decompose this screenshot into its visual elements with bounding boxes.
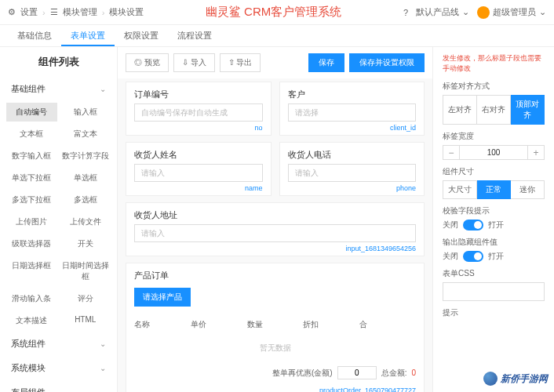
- preview-button[interactable]: ◎ 预览: [126, 53, 169, 72]
- comp-auto-number[interactable]: 自动编号: [6, 103, 57, 122]
- col-price: 单价: [191, 319, 247, 330]
- save-perm-button[interactable]: 保存并设置权限: [349, 53, 425, 72]
- prop-form-css: 表单CSS: [443, 268, 545, 279]
- prop-validate-hint: 校验字段提示: [443, 205, 545, 216]
- comp-switch[interactable]: 开关: [60, 234, 111, 253]
- comp-textarea[interactable]: 文本框: [6, 125, 57, 143]
- watermark-icon: [483, 372, 498, 386]
- discount-label: 整单再优惠(金额): [272, 368, 333, 379]
- tab-process-settings[interactable]: 流程设置: [168, 25, 221, 46]
- field-id: no: [134, 124, 263, 132]
- properties-panel: 发生修改，那么标题子段也需要手动修改 标签对齐方式 左对齐 右对齐 顶部对齐 标…: [432, 47, 554, 392]
- prop-comp-size: 组件尺寸: [443, 166, 545, 177]
- align-right-btn[interactable]: 右对齐: [477, 95, 511, 125]
- comp-slider[interactable]: 滑动输入条: [6, 289, 57, 308]
- breadcrumb-module-config: 模块设置: [109, 6, 144, 18]
- size-normal-btn[interactable]: 正常: [477, 180, 511, 199]
- category-system-module[interactable]: 系统模块 ⌄: [0, 356, 117, 380]
- prop-hint: 提示: [443, 307, 545, 318]
- breadcrumb-module-mgmt[interactable]: 模块管理: [63, 6, 97, 18]
- comp-select[interactable]: 单选下拉框: [6, 169, 57, 187]
- switch-off-label: 关闭: [443, 220, 458, 230]
- breadcrumb: ⚙ 设置 › ☰ 模块管理 › 模块设置: [8, 6, 144, 18]
- total-value: 0: [411, 368, 416, 377]
- step-plus-btn[interactable]: +: [527, 145, 545, 160]
- table-empty: 暂无数据: [134, 335, 416, 361]
- output-hidden-switch[interactable]: [463, 251, 483, 262]
- chevron-down-icon: ⌄: [462, 7, 469, 17]
- receiver-phone-input[interactable]: [288, 164, 417, 182]
- field-label: 收货人姓名: [134, 149, 263, 161]
- label-width-stepper: − 100 +: [443, 145, 545, 160]
- total-label: 总金额:: [381, 368, 407, 379]
- field-receiver-phone[interactable]: 收货人电话 phone: [279, 142, 425, 196]
- user-name: 超级管理员: [493, 6, 536, 18]
- comp-richtext[interactable]: 富文本: [60, 125, 111, 143]
- gear-icon: ⚙: [8, 7, 16, 17]
- chevron-down-icon: ⌄: [539, 7, 546, 17]
- category-basic[interactable]: 基础组件 ⌄: [0, 77, 117, 101]
- comp-rate[interactable]: 评分: [60, 289, 111, 308]
- field-receiver-address[interactable]: 收货人地址 input_1681349654256: [126, 202, 425, 256]
- field-label: 收货人电话: [288, 149, 417, 161]
- app-title: 幽灵鲨 CRM客户管理系统: [144, 5, 403, 20]
- sidebar-title: 组件列表: [0, 47, 117, 77]
- comp-html[interactable]: HTML: [60, 311, 111, 330]
- comp-upload-file[interactable]: 上传文件: [60, 212, 111, 231]
- save-button[interactable]: 保存: [308, 53, 344, 72]
- size-mini-btn[interactable]: 迷你: [511, 180, 545, 199]
- comp-checkbox[interactable]: 多选框: [60, 191, 111, 209]
- align-top-btn[interactable]: 顶部对齐: [511, 95, 545, 125]
- label-width-value[interactable]: 100: [460, 145, 527, 160]
- discount-input[interactable]: [337, 366, 377, 379]
- help-icon[interactable]: ?: [403, 8, 408, 17]
- comp-datetime-picker[interactable]: 日期时间选择框: [60, 256, 111, 286]
- form-css-input[interactable]: [443, 282, 545, 301]
- chevron-down-icon: ⌄: [100, 364, 106, 372]
- prop-label-width: 标签宽度: [443, 131, 545, 142]
- product-table-header: 名称 单价 数量 折扣 合: [134, 314, 416, 335]
- category-system-comp[interactable]: 系统组件 ⌄: [0, 332, 117, 356]
- comp-calc-field[interactable]: 数字计算字段: [60, 147, 111, 165]
- import-button[interactable]: ⇩ 导入: [173, 53, 215, 72]
- validate-hint-switch[interactable]: [463, 220, 483, 230]
- category-layout[interactable]: 布局组件 ⌄: [0, 380, 117, 392]
- avatar: [477, 6, 490, 19]
- form-canvas: ◎ 预览 ⇩ 导入 ⇧ 导出 保存 保存并设置权限 订单编号 no 客户 cli…: [118, 47, 432, 392]
- field-receiver-name[interactable]: 收货人姓名 name: [126, 142, 272, 196]
- align-left-btn[interactable]: 左对齐: [443, 95, 477, 125]
- receiver-address-input[interactable]: [134, 224, 416, 242]
- field-label: 订单编号: [134, 89, 263, 100]
- col-discount: 折扣: [303, 319, 359, 330]
- tab-form-settings[interactable]: 表单设置: [61, 25, 115, 46]
- step-minus-btn[interactable]: −: [443, 145, 460, 160]
- user-menu[interactable]: 超级管理员 ⌄: [477, 6, 546, 19]
- size-large-btn[interactable]: 大尺寸: [443, 180, 477, 199]
- chevron-right-icon: ›: [102, 8, 105, 17]
- comp-cascader[interactable]: 级联选择器: [6, 234, 57, 253]
- field-order-no[interactable]: 订单编号 no: [126, 82, 272, 136]
- product-line-dropdown[interactable]: 默认产品线 ⌄: [416, 6, 469, 18]
- comp-date-picker[interactable]: 日期选择框: [6, 256, 57, 286]
- breadcrumb-settings[interactable]: 设置: [20, 6, 38, 18]
- list-icon: ☰: [50, 7, 58, 17]
- field-id: name: [134, 184, 263, 192]
- tab-basic-info[interactable]: 基础信息: [8, 25, 61, 46]
- field-id: input_1681349654256: [134, 245, 416, 252]
- receiver-name-input[interactable]: [134, 164, 263, 182]
- order-no-input[interactable]: [134, 103, 263, 122]
- field-customer[interactable]: 客户 client_id: [279, 82, 425, 136]
- comp-radio[interactable]: 单选框: [60, 169, 111, 187]
- field-label: 产品订单: [134, 270, 416, 281]
- comp-input[interactable]: 输入框: [60, 103, 111, 122]
- select-product-button[interactable]: 请选择产品: [134, 288, 191, 307]
- export-button[interactable]: ⇧ 导出: [220, 53, 261, 72]
- customer-select[interactable]: [288, 103, 417, 122]
- comp-upload-image[interactable]: 上传图片: [6, 212, 57, 231]
- comp-number-input[interactable]: 数字输入框: [6, 147, 57, 165]
- label-align-group: 左对齐 右对齐 顶部对齐: [443, 95, 545, 125]
- comp-text-desc[interactable]: 文本描述: [6, 311, 57, 330]
- comp-multiselect[interactable]: 多选下拉框: [6, 191, 57, 209]
- tab-permission-settings[interactable]: 权限设置: [115, 25, 168, 46]
- field-product-order[interactable]: 产品订单 请选择产品 名称 单价 数量 折扣 合 暂无数据 整单再优惠(金额) …: [126, 263, 425, 392]
